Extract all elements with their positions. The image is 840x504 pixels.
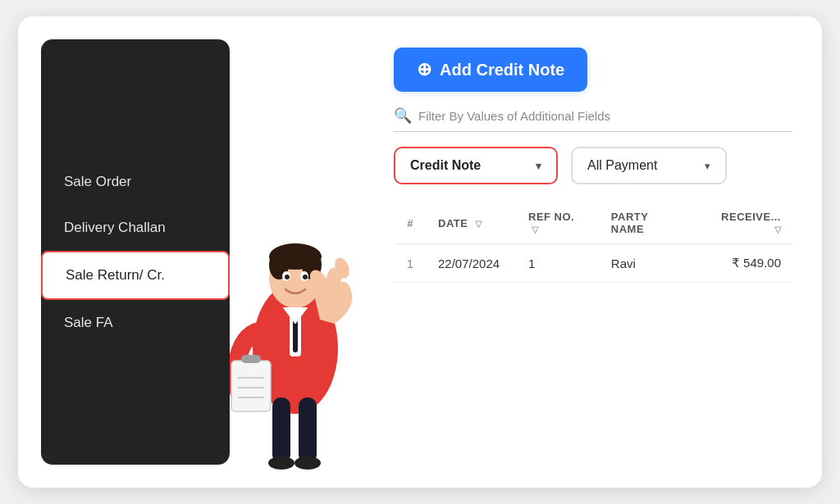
cell-ref: 1 — [517, 244, 600, 283]
sidebar-item-sale-fa[interactable]: Sale FA — [41, 300, 230, 346]
col-header-num: # — [394, 202, 427, 244]
records-table: # DATE ▽ REF NO. ▽ PARTY NAME — [394, 202, 792, 283]
svg-rect-2 — [299, 397, 317, 463]
col-header-party: PARTY NAME — [600, 202, 696, 244]
payment-dropdown[interactable]: All Payment ▾ — [571, 147, 727, 184]
col-header-date: DATE ▽ — [427, 202, 517, 244]
cell-receive: ₹ 549.00 — [696, 244, 792, 283]
chevron-down-icon: ▾ — [536, 160, 541, 172]
sidebar: Sale Order Delivery Challan Sale Return/… — [41, 39, 230, 465]
table-header-row: # DATE ▽ REF NO. ▽ PARTY NAME — [394, 202, 792, 244]
col-header-ref: REF NO. ▽ — [517, 202, 600, 244]
svg-rect-1 — [272, 397, 290, 463]
filter-placeholder-text: Filter By Values of Additional Fields — [418, 109, 610, 123]
add-credit-note-button[interactable]: ⊕ Add Credit Note — [394, 48, 587, 92]
sidebar-item-sale-return[interactable]: Sale Return/ Cr. — [41, 251, 230, 300]
svg-point-14 — [303, 275, 308, 279]
col-header-receive: RECEIVE... ▽ — [696, 202, 792, 244]
svg-point-4 — [294, 456, 321, 470]
svg-rect-17 — [241, 355, 261, 363]
filter-bar[interactable]: 🔍 Filter By Values of Additional Fields — [394, 107, 792, 132]
table-row: 1 22/07/2024 1 Ravi ₹ 549.00 — [394, 244, 792, 283]
svg-rect-16 — [231, 361, 271, 411]
cell-num: 1 — [394, 244, 427, 283]
type-dropdown-value: Credit Note — [410, 158, 481, 173]
type-dropdown[interactable]: Credit Note ▾ — [394, 147, 558, 184]
main-card: Sale Order Delivery Challan Sale Return/… — [18, 16, 822, 488]
plus-icon: ⊕ — [417, 59, 431, 80]
cell-party: Ravi — [600, 244, 696, 283]
filter-icon-ref[interactable]: ▽ — [532, 225, 539, 234]
sidebar-item-delivery-challan[interactable]: Delivery Challan — [41, 205, 230, 251]
chevron-down-icon-2: ▾ — [705, 160, 710, 172]
filter-icon-receive[interactable]: ▽ — [774, 225, 782, 234]
character-svg — [213, 135, 377, 488]
table-area: # DATE ▽ REF NO. ▽ PARTY NAME — [394, 202, 792, 465]
cell-date: 22/07/2024 — [427, 244, 517, 283]
svg-point-3 — [268, 456, 294, 470]
svg-point-13 — [285, 275, 290, 279]
main-content: ⊕ Add Credit Note 🔍 Filter By Values of … — [377, 16, 822, 488]
sidebar-item-sale-order[interactable]: Sale Order — [41, 159, 230, 205]
dropdowns-row: Credit Note ▾ All Payment ▾ — [394, 147, 792, 184]
payment-dropdown-value: All Payment — [587, 158, 657, 173]
character-illustration — [230, 16, 377, 488]
search-icon: 🔍 — [394, 107, 412, 125]
filter-icon-date[interactable]: ▽ — [475, 219, 482, 229]
